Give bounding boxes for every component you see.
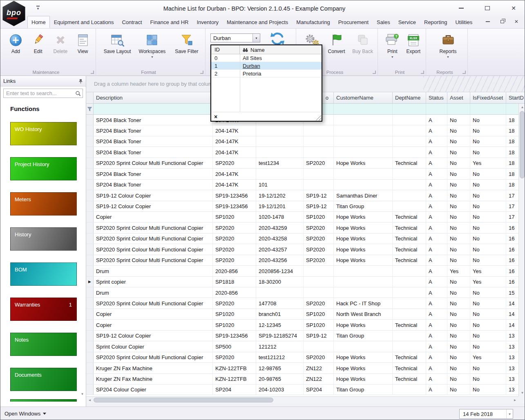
site-option-all-sites[interactable]: 0All Sites bbox=[211, 54, 322, 62]
sidebar-scroll-down-icon[interactable]: ▼ bbox=[80, 391, 85, 397]
tab-home[interactable]: Home bbox=[27, 16, 50, 28]
tab-contract[interactable]: Contract bbox=[118, 16, 146, 28]
group-launcher-icon[interactable] bbox=[421, 71, 424, 74]
filter-cell[interactable] bbox=[426, 104, 447, 114]
buy-back-button[interactable]: Buy Back bbox=[349, 30, 376, 55]
tab-inventory[interactable]: Inventory bbox=[193, 16, 223, 28]
function-button-notes[interactable]: Notes bbox=[10, 333, 77, 356]
date-dropdown-button[interactable]: ▼ bbox=[506, 409, 513, 418]
function-button-partial[interactable] bbox=[10, 399, 77, 402]
delete-button[interactable]: Delete bbox=[49, 30, 72, 55]
table-row[interactable]: SP204 Black Toner204-147KANoNo18 bbox=[86, 147, 525, 158]
table-row[interactable]: Drum2020-8562020856-1234AYesYes16 bbox=[86, 266, 525, 276]
group-launcher-icon[interactable] bbox=[373, 71, 376, 74]
search-icon[interactable] bbox=[75, 91, 81, 96]
filter-cell[interactable] bbox=[470, 104, 506, 114]
site-dropdown-name-header[interactable]: Name bbox=[240, 45, 322, 54]
column-header-description[interactable]: Description bbox=[94, 92, 213, 103]
table-row[interactable]: CopierSP10201020-1478SP1020Hope WorksTec… bbox=[86, 212, 525, 222]
function-button-history[interactable]: History bbox=[10, 227, 77, 251]
table-row[interactable]: CopierSP1020branch01SP1020North West Bra… bbox=[86, 309, 525, 320]
tab-finance-and-hr[interactable]: Finance and HR bbox=[146, 16, 193, 28]
table-row[interactable]: SP2020 Sprint Colour Multi Functional Co… bbox=[86, 298, 525, 309]
save-filter-button[interactable]: Save Filter bbox=[170, 30, 203, 58]
column-header-startd[interactable]: StartD bbox=[506, 92, 525, 103]
function-button-warranties[interactable]: Warranties1 bbox=[10, 298, 77, 321]
column-header-status[interactable]: Status bbox=[426, 92, 447, 103]
site-combobox[interactable]: Durban ▼ bbox=[210, 33, 260, 42]
tab-maintenance-and-projects[interactable]: Maintenance and Projects bbox=[223, 16, 292, 28]
function-button-bom[interactable]: BOM bbox=[10, 262, 77, 286]
resize-grip-icon[interactable] bbox=[316, 115, 321, 120]
edit-button[interactable]: Edit bbox=[27, 30, 49, 55]
document-close-button[interactable]: ✕ bbox=[512, 18, 521, 26]
clear-filter-button[interactable]: × bbox=[214, 114, 217, 120]
horizontal-scroll-thumb[interactable] bbox=[94, 398, 273, 402]
table-row[interactable]: SP19-12 Colour CopierSP19-12345619-12/12… bbox=[86, 190, 525, 201]
table-row[interactable]: SP204 Colour CopierSP204204-10203SP204Ti… bbox=[86, 384, 525, 395]
save-layout-button[interactable]: Save Layout bbox=[100, 30, 134, 58]
table-row[interactable]: SP204 Black Toner204-147KANoNo18 bbox=[86, 125, 525, 136]
table-row[interactable]: ▶Sprint copierSP181818-30200ANoYes16 bbox=[86, 277, 525, 287]
pin-icon[interactable] bbox=[78, 79, 83, 84]
print-button[interactable]: ? Print ▼ bbox=[382, 30, 403, 58]
maximize-button[interactable] bbox=[481, 3, 494, 13]
table-row[interactable]: SP204 Black Toner204-147KANoNo18 bbox=[86, 136, 525, 147]
vertical-scroll-thumb[interactable] bbox=[520, 111, 525, 178]
table-row[interactable]: Drum2020-856ANoNo15 bbox=[86, 287, 525, 298]
table-row[interactable]: Sprint Colour CopierSP500121212ANoNo13 bbox=[86, 341, 525, 352]
tab-reporting[interactable]: Reporting bbox=[420, 16, 451, 28]
scroll-up-icon[interactable]: ▲ bbox=[519, 104, 525, 111]
table-row[interactable]: SP2020 Sprint Colour Multi Functional Co… bbox=[86, 158, 525, 169]
group-launcher-icon[interactable] bbox=[462, 71, 466, 74]
table-row[interactable]: SP2020 Sprint Colour Multi Functional Co… bbox=[86, 352, 525, 363]
column-header-isfixedasset[interactable]: IsFixedAsset bbox=[470, 92, 506, 103]
table-row[interactable]: SP19-12 Colour CopierSP19-123456SP19-121… bbox=[86, 331, 525, 341]
tab-utilities[interactable]: Utilities bbox=[451, 16, 476, 28]
table-row[interactable]: SP2020 Sprint Colour Multi Functional Co… bbox=[86, 233, 525, 244]
vertical-scrollbar[interactable]: ▲ ▼ bbox=[518, 104, 525, 396]
date-picker[interactable]: 14 Feb 2018 ▼ bbox=[459, 409, 513, 419]
search-input[interactable] bbox=[4, 90, 75, 96]
table-row[interactable]: Kruger ZN Fax MachineKZN-122TFB20-98765Z… bbox=[86, 374, 525, 384]
table-row[interactable]: SP2020 Sprint Colour Multi Functional Co… bbox=[86, 222, 525, 233]
site-option-durban[interactable]: 1Durban bbox=[211, 62, 322, 70]
reports-button[interactable]: Reports ▼ bbox=[434, 30, 462, 58]
table-row[interactable]: SP2020 Sprint Colour Multi Functional Co… bbox=[86, 244, 525, 255]
scroll-right-icon[interactable]: ► bbox=[512, 397, 518, 404]
function-button-documents[interactable]: Documents bbox=[10, 368, 77, 391]
combo-dropdown-button[interactable]: ▼ bbox=[252, 34, 260, 42]
function-button-project-history[interactable]: Project History bbox=[10, 157, 77, 180]
add-button[interactable]: Add bbox=[4, 30, 27, 55]
table-row[interactable]: SP2020 Sprint Colour Multi Functional Co… bbox=[86, 255, 525, 266]
tab-service[interactable]: Service bbox=[394, 16, 420, 28]
horizontal-scrollbar[interactable]: ◄ ► bbox=[86, 396, 518, 403]
function-button-wo-history[interactable]: WO History bbox=[10, 122, 77, 145]
table-row[interactable]: Kruger ZN Fax MachineKZN-122TFB12-98765Z… bbox=[86, 363, 525, 373]
scroll-left-icon[interactable]: ◄ bbox=[86, 397, 93, 404]
tab-sales[interactable]: Sales bbox=[373, 16, 394, 28]
group-launcher-icon[interactable] bbox=[91, 71, 94, 74]
table-row[interactable]: SP19-12 Colour CopierSP19-12345619-12/12… bbox=[86, 201, 525, 212]
tab-manufacturing[interactable]: Manufacturing bbox=[292, 16, 334, 28]
document-minimize-button[interactable] bbox=[484, 18, 492, 26]
workspaces-button[interactable]: Workspaces ▼ bbox=[134, 30, 170, 58]
table-row[interactable]: SP204 Black Toner204-147KANoNo18 bbox=[86, 169, 525, 179]
site-dropdown-id-header[interactable]: ID bbox=[211, 45, 240, 54]
table-row[interactable]: CopierSP102012-12345SP1020Hope WorksTech… bbox=[86, 320, 525, 330]
filter-cell[interactable] bbox=[94, 104, 213, 114]
column-header-deptname[interactable]: DeptName bbox=[393, 92, 426, 103]
close-button[interactable]: ✕ bbox=[507, 3, 520, 13]
tab-procurement[interactable]: Procurement bbox=[334, 16, 373, 28]
open-windows-button[interactable]: Open Windows bbox=[4, 411, 46, 417]
table-row[interactable]: SP204 Black Toner204-147K101ANoNo18 bbox=[86, 180, 525, 190]
filter-cell[interactable] bbox=[334, 104, 393, 114]
export-button[interactable]: XLSX Export bbox=[403, 30, 424, 58]
convert-button[interactable]: Convert bbox=[324, 30, 349, 55]
site-option-pretoria[interactable]: 2Pretoria bbox=[211, 70, 322, 78]
quick-access-dropdown-icon[interactable]: ▼ bbox=[36, 6, 40, 11]
column-header-asset[interactable]: Asset bbox=[447, 92, 470, 103]
document-restore-button[interactable] bbox=[498, 18, 506, 26]
column-header-customername[interactable]: CustomerName bbox=[334, 92, 393, 103]
filter-cell[interactable] bbox=[447, 104, 470, 114]
